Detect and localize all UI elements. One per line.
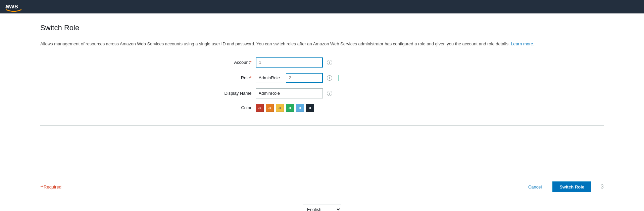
color-swatch-red[interactable]: a — [256, 104, 264, 112]
account-info-icon[interactable]: i — [327, 60, 332, 65]
role-row: Role* AdminRole i | — [205, 73, 440, 83]
form-container: Account* i Role* AdminRole i | Display N… — [205, 57, 440, 112]
language-select[interactable]: English Deutsch Español Français 日本語 한국어… — [303, 205, 341, 211]
account-label: Account* — [205, 60, 252, 65]
display-name-info-icon[interactable]: i — [327, 91, 332, 96]
role-input-wrapper: AdminRole — [256, 73, 323, 83]
color-swatch-orange[interactable]: a — [266, 104, 274, 112]
color-row: Color a a a a a a — [205, 104, 440, 112]
role-info-icon[interactable]: i — [327, 75, 332, 81]
description-text: Allows management of resources across Am… — [40, 41, 604, 47]
cancel-button[interactable]: Cancel — [524, 182, 546, 192]
color-swatch-green[interactable]: a — [286, 104, 294, 112]
header: aws — [0, 0, 644, 13]
svg-text:aws: aws — [5, 2, 18, 10]
role-label: Role* — [205, 75, 252, 80]
display-name-label: Display Name — [205, 91, 252, 96]
page-title: Switch Role — [40, 24, 604, 32]
main-content: Switch Role Allows management of resourc… — [0, 13, 644, 175]
color-swatches: a a a a a a — [256, 104, 314, 112]
action-bar: **Required Cancel Switch Role 3 — [0, 175, 644, 199]
language-select-wrapper: English Deutsch Español Français 日本語 한국어… — [303, 205, 341, 211]
bottom-divider — [40, 125, 604, 126]
learn-more-link[interactable]: Learn more. — [511, 41, 534, 46]
color-swatch-yellow[interactable]: a — [276, 104, 284, 112]
role-value: AdminRole — [256, 73, 286, 83]
required-label: **Required — [40, 184, 61, 189]
display-name-input[interactable] — [256, 88, 323, 98]
aws-logo-svg: aws — [5, 2, 22, 12]
account-input[interactable] — [256, 57, 323, 68]
vertical-hint: | — [338, 74, 339, 81]
display-name-row: Display Name i — [205, 88, 440, 98]
account-row: Account* i — [205, 57, 440, 68]
color-swatch-blue[interactable]: a — [296, 104, 304, 112]
role-input[interactable] — [286, 73, 323, 83]
footer: English Deutsch Español Français 日本語 한국어… — [0, 199, 644, 211]
color-label: Color — [205, 105, 252, 110]
aws-logo: aws — [5, 2, 22, 12]
step-number: 3 — [601, 184, 604, 190]
color-swatch-black[interactable]: a — [306, 104, 314, 112]
switch-role-button[interactable]: Switch Role — [552, 181, 591, 192]
top-divider — [40, 35, 604, 35]
